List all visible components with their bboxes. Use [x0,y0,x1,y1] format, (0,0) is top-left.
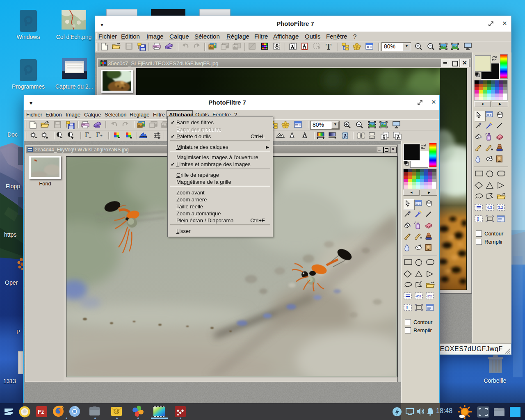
svg-text:4:3: 4:3 [416,294,421,298]
svg-text:3:2: 3:2 [498,205,503,210]
svg-text:3:2: 3:2 [427,294,432,298]
svg-text:Fz: Fz [38,409,44,415]
svg-text:I: I [406,305,408,310]
svg-text:4:3: 4:3 [487,205,492,210]
svg-text:I: I [477,216,479,222]
